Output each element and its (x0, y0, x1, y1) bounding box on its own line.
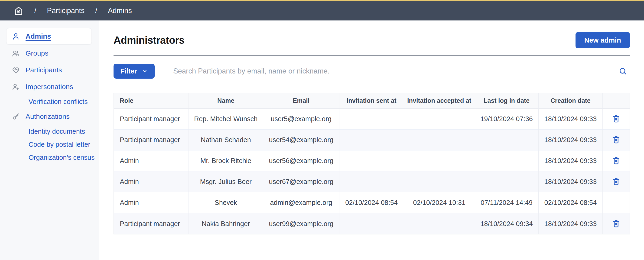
breadcrumb-home-link[interactable] (14, 6, 24, 16)
cell-role: Admin (114, 171, 189, 192)
header-actions (603, 93, 630, 109)
trash-icon (612, 219, 620, 228)
delete-admin-button[interactable] (611, 155, 622, 166)
cell-last-log-in-date (475, 151, 538, 171)
search-input[interactable] (173, 67, 618, 76)
sidebar-item-label: Organization's census (28, 154, 94, 161)
sidebar-item-groups[interactable]: Groups (0, 45, 99, 62)
cell-creation-date: 18/10/2024 09:33 (538, 171, 603, 192)
filter-row: Filter (114, 64, 630, 79)
breadcrumb-item-participants[interactable]: Participants (47, 7, 84, 15)
cell-name: Msgr. Julius Beer (189, 171, 263, 192)
cell-creation-date: 02/10/2024 08:54 (538, 192, 603, 213)
cell-invitation-accepted-at (404, 171, 475, 192)
delete-admin-button[interactable] (611, 176, 622, 187)
header-creation-date: Creation date (538, 93, 603, 109)
delete-admin-button[interactable] (611, 134, 622, 145)
sidebar-item-admins[interactable]: Admins (6, 28, 92, 44)
cell-creation-date: 18/10/2024 09:33 (538, 129, 603, 151)
delete-admin-button[interactable] (611, 218, 622, 229)
cell-invitation-accepted-at (404, 213, 475, 234)
sidebar-item-organizations-census[interactable]: Organization's census (0, 151, 99, 164)
breadcrumb-item-admins[interactable]: Admins (108, 7, 132, 15)
cell-invitation-sent-at (340, 213, 404, 234)
sidebar-item-label: Groups (26, 49, 48, 57)
cell-invitation-sent-at (340, 109, 404, 129)
search-icon (618, 67, 628, 76)
trash-icon (612, 135, 620, 144)
filter-button-label: Filter (120, 67, 137, 75)
cell-invitation-sent-at (340, 151, 404, 171)
cell-invitation-accepted-at (404, 151, 475, 171)
sidebar-item-label: Impersonations (26, 83, 73, 91)
page-title: Administrators (114, 34, 184, 46)
cell-email: user56@example.org (263, 151, 340, 171)
new-admin-button[interactable]: New admin (576, 32, 630, 48)
cell-actions (603, 109, 630, 129)
sidebar: Admins Groups Participants (0, 21, 99, 260)
breadcrumb: / Participants / Admins (0, 1, 644, 21)
cell-creation-date: 18/10/2024 09:33 (538, 151, 603, 171)
breadcrumb-separator: / (95, 7, 97, 15)
cell-email: user99@example.org (263, 213, 340, 234)
cell-last-log-in-date: 07/11/2024 14:49 (475, 192, 538, 213)
search-button[interactable] (618, 67, 628, 76)
delete-admin-button[interactable] (611, 113, 622, 124)
sidebar-item-participants[interactable]: Participants (0, 62, 99, 78)
table-row: Admin Mr. Brock Ritchie user56@example.o… (114, 151, 630, 171)
cell-name: Nathan Schaden (189, 129, 263, 151)
cell-actions (603, 192, 630, 213)
cell-role: Admin (114, 192, 189, 213)
cell-last-log-in-date (475, 129, 538, 151)
cell-creation-date: 18/10/2024 09:33 (538, 109, 603, 129)
cell-name: Nakia Bahringer (189, 213, 263, 234)
cell-invitation-sent-at: 02/10/2024 08:54 (340, 192, 404, 213)
header-invitation-accepted-at: Invitation accepted at (404, 93, 475, 109)
header-role: Role (114, 93, 189, 109)
cell-actions (603, 151, 630, 171)
sidebar-item-verification-conflicts[interactable]: Verification conflicts (0, 95, 99, 108)
sidebar-item-authorizations[interactable]: Authorizations (0, 108, 99, 125)
cell-role: Participant manager (114, 129, 189, 151)
table-row: Participant manager Nakia Bahringer user… (114, 213, 630, 234)
admins-table-body: Participant manager Rep. Mitchel Wunsch … (114, 109, 630, 234)
cell-name: Rep. Mitchel Wunsch (189, 109, 263, 129)
sidebar-item-code-by-postal-letter[interactable]: Code by postal letter (0, 138, 99, 151)
table-header-row: Role Name Email Invitation sent at Invit… (114, 93, 630, 109)
cell-role: Admin (114, 151, 189, 171)
cell-name: Shevek (189, 192, 263, 213)
sidebar-item-label: Admins (26, 32, 51, 40)
title-divider (114, 55, 630, 56)
header-email: Email (263, 93, 340, 109)
users-icon (12, 49, 20, 57)
home-icon (14, 6, 24, 16)
sidebar-item-label: Identity documents (28, 128, 85, 135)
cell-actions (603, 213, 630, 234)
admins-table-wrap: Role Name Email Invitation sent at Invit… (114, 93, 630, 234)
page-layout: Admins Groups Participants (0, 21, 644, 260)
table-row: Participant manager Nathan Schaden user5… (114, 129, 630, 151)
sidebar-item-label: Verification conflicts (28, 98, 88, 106)
cell-invitation-sent-at (340, 129, 404, 151)
sidebar-item-impersonations[interactable]: Impersonations (0, 78, 99, 95)
key-icon (12, 112, 20, 121)
header-invitation-sent-at: Invitation sent at (340, 93, 404, 109)
filter-button[interactable]: Filter (114, 64, 154, 79)
cell-email: user67@example.org (263, 171, 340, 192)
cell-actions (603, 171, 630, 192)
chevron-down-icon (142, 68, 148, 74)
cell-last-log-in-date: 19/10/2024 07:36 (475, 109, 538, 129)
cell-last-log-in-date (475, 171, 538, 192)
table-row: Participant manager Rep. Mitchel Wunsch … (114, 109, 630, 129)
cell-invitation-accepted-at: 02/10/2024 10:31 (404, 192, 475, 213)
cell-email: admin@example.org (263, 192, 340, 213)
header-name: Name (189, 93, 263, 109)
sidebar-item-identity-documents[interactable]: Identity documents (0, 125, 99, 138)
title-row: Administrators New admin (114, 32, 630, 48)
sidebar-item-label: Participants (26, 66, 62, 74)
cell-role: Participant manager (114, 213, 189, 234)
trash-icon (612, 156, 620, 165)
cell-email: user5@example.org (263, 109, 340, 129)
table-row: Admin Shevek admin@example.org 02/10/202… (114, 192, 630, 213)
cell-creation-date: 18/10/2024 09:33 (538, 213, 603, 234)
